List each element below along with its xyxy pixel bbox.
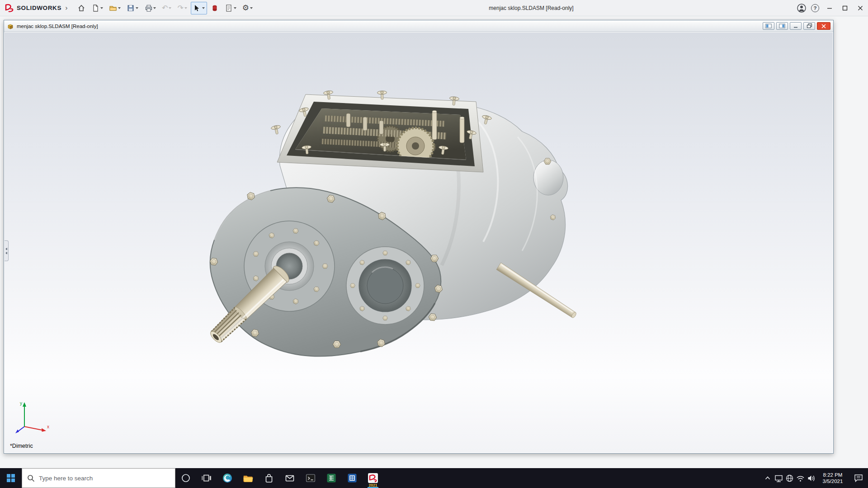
tile-right-icon — [779, 23, 785, 29]
taskbar-blue-app-button[interactable] — [342, 468, 363, 488]
save-caret-icon[interactable] — [136, 7, 138, 9]
monitor-icon — [774, 474, 783, 483]
gearbox-3d-model[interactable] — [190, 68, 597, 375]
document-window: menjac sklop.SLDASM [Read-only] — [4, 20, 834, 454]
file-properties-caret-icon[interactable] — [234, 7, 236, 9]
search-placeholder: Type here to search — [39, 475, 93, 482]
titlebar-right-controls: ? — [795, 0, 868, 16]
close-icon — [858, 5, 863, 11]
tray-volume-button[interactable] — [806, 468, 816, 488]
taskbar-file-explorer-button[interactable] — [238, 468, 259, 488]
brand-name: SOLIDWORKS — [17, 5, 61, 11]
task-view-icon — [201, 473, 212, 483]
red-tool-button[interactable] — [208, 2, 221, 14]
app-close-button[interactable] — [853, 0, 868, 16]
solidworks-app-icon — [367, 472, 379, 484]
file-explorer-icon — [243, 473, 254, 483]
help-icon: ? — [811, 4, 819, 12]
start-button[interactable] — [0, 468, 22, 488]
clock-time: 8:22 PM — [818, 472, 847, 478]
taskbar-green-app-button[interactable] — [321, 468, 342, 488]
options-button[interactable]: ⚙ — [240, 2, 255, 14]
document-window-buttons — [763, 22, 830, 30]
app-minimize-button[interactable] — [822, 0, 837, 16]
search-icon — [27, 474, 35, 482]
redo-icon: ↷ — [177, 5, 183, 12]
gear-icon: ⚙ — [242, 4, 249, 12]
app-maximize-button[interactable] — [837, 0, 853, 16]
edge-icon — [222, 473, 233, 483]
document-close-button[interactable] — [817, 22, 830, 30]
graphics-viewport[interactable]: x y *Dimetric — [5, 33, 833, 453]
redo-caret-icon[interactable] — [184, 7, 187, 9]
taskbar-search[interactable]: Type here to search — [22, 468, 175, 488]
minimize-icon — [793, 23, 798, 29]
action-center-button[interactable] — [849, 468, 868, 488]
terminal-icon — [305, 473, 316, 483]
undo-caret-icon[interactable] — [169, 7, 171, 9]
home-button[interactable] — [75, 2, 88, 14]
collapse-arrow-icon — [5, 252, 7, 254]
green-app-icon — [326, 473, 337, 483]
redo-button[interactable]: ↷ — [175, 2, 189, 14]
print-caret-icon[interactable] — [153, 7, 156, 9]
taskbar-mail-button[interactable] — [279, 468, 300, 488]
globe-icon — [785, 474, 794, 483]
panel-collapse-handle[interactable] — [5, 240, 9, 261]
open-button[interactable] — [107, 2, 123, 14]
select-cursor-icon — [193, 4, 201, 12]
options-caret-icon[interactable] — [250, 7, 253, 9]
task-view-button[interactable] — [196, 468, 217, 488]
mail-icon — [284, 473, 295, 483]
new-document-button[interactable] — [89, 2, 105, 14]
document-restore-button[interactable] — [803, 22, 815, 30]
triad-x-label: x — [47, 424, 49, 429]
wifi-icon — [796, 474, 805, 483]
taskbar-terminal-button[interactable] — [300, 468, 321, 488]
document-minimize-button[interactable] — [790, 22, 802, 30]
file-properties-icon — [225, 4, 233, 12]
open-caret-icon[interactable] — [118, 7, 121, 9]
taskbar-solidworks-button[interactable]: 2021 — [363, 468, 383, 488]
speaker-icon — [807, 474, 816, 483]
blue-app-icon — [347, 473, 358, 483]
new-document-caret-icon[interactable] — [100, 7, 103, 9]
save-button[interactable] — [124, 2, 141, 14]
collapse-arrow-icon — [5, 248, 7, 250]
tray-overflow-button[interactable] — [762, 468, 773, 488]
window-tile-button-1[interactable] — [763, 22, 774, 30]
cortana-icon — [181, 473, 191, 483]
menu-expand-chevron-icon[interactable]: › — [65, 4, 68, 12]
window-tile-button-2[interactable] — [776, 22, 788, 30]
app-title: menjac sklop.SLDASM [Read-only] — [468, 0, 594, 16]
red-cylinder-icon — [211, 4, 219, 12]
select-tool-button[interactable] — [191, 2, 207, 14]
cortana-button[interactable] — [175, 468, 196, 488]
taskbar-edge-button[interactable] — [217, 468, 238, 488]
close-icon — [821, 23, 826, 29]
help-button[interactable]: ? — [808, 0, 822, 16]
document-titlebar[interactable]: menjac sklop.SLDASM [Read-only] — [4, 20, 833, 32]
tray-display-button[interactable] — [773, 468, 784, 488]
tray-network-button[interactable] — [784, 468, 795, 488]
undo-button[interactable]: ↶ — [160, 2, 174, 14]
quick-toolbar: ↶ ↷ ⚙ — [75, 2, 255, 14]
new-document-icon — [91, 4, 99, 12]
taskbar-clock[interactable]: 8:22 PM 3/5/2021 — [816, 472, 849, 484]
view-orientation-label: *Dimetric — [10, 443, 33, 449]
print-button[interactable] — [142, 2, 158, 14]
taskbar-store-button[interactable] — [259, 468, 279, 488]
restore-icon — [807, 23, 812, 29]
select-caret-icon[interactable] — [202, 7, 205, 9]
app-titlebar: SOLIDWORKS › — [0, 0, 868, 16]
orientation-triad[interactable]: x y — [11, 399, 52, 439]
maximize-icon — [842, 5, 848, 11]
account-button[interactable] — [795, 0, 808, 16]
system-tray: 8:22 PM 3/5/2021 — [762, 468, 868, 488]
minimize-icon — [827, 5, 832, 11]
chevron-up-icon — [764, 474, 771, 482]
file-properties-button[interactable] — [222, 2, 239, 14]
store-icon — [264, 473, 274, 483]
tray-wifi-button[interactable] — [795, 468, 806, 488]
windows-logo-icon — [7, 474, 15, 482]
